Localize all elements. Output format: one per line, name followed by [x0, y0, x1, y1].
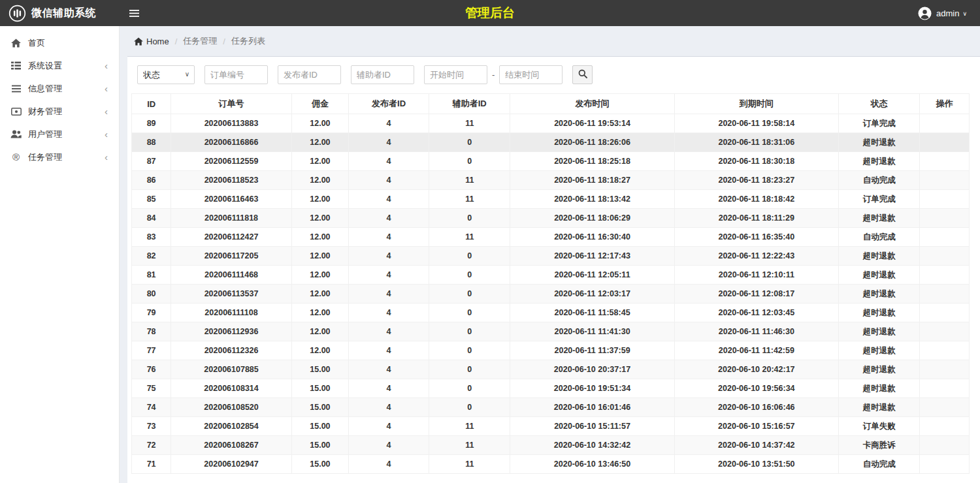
- table-row[interactable]: 8320200611242712.004112020-06-11 16:30:4…: [132, 228, 970, 247]
- table-cell: 2020-06-11 18:23:27: [674, 171, 838, 190]
- table-cell: 0: [429, 360, 510, 379]
- task-list-panel: 状态 ∨ -: [127, 56, 980, 483]
- column-header: ID: [132, 94, 171, 114]
- table-cell: 2020-06-11 18:13:42: [510, 190, 674, 209]
- table-cell: 2020-06-11 18:26:06: [510, 133, 674, 152]
- table-cell: 4: [349, 133, 429, 152]
- sidebar-item-info-management[interactable]: 信息管理‹: [0, 77, 119, 100]
- table-row[interactable]: 7420200610852015.00402020-06-10 16:01:46…: [132, 398, 970, 417]
- table-cell: 2020-06-10 20:37:17: [510, 360, 674, 379]
- table-cell: 86: [132, 171, 171, 190]
- table-row[interactable]: 8820200611686612.00402020-06-11 18:26:06…: [132, 133, 970, 152]
- table-cell: 4: [349, 455, 429, 474]
- table-cell: 73: [132, 417, 171, 436]
- sidebar-item-task-management[interactable]: ®任务管理‹: [0, 146, 119, 168]
- table-cell: 74: [132, 398, 171, 417]
- table-cell: 202006102947: [171, 455, 292, 474]
- table-cell: 0: [429, 322, 510, 341]
- table-cell: 2020-06-11 18:31:06: [674, 133, 838, 152]
- table-cell: 4: [349, 322, 429, 341]
- table-cell: 12.00: [291, 304, 348, 322]
- task-table-wrapper: ID订单号佣金发布者ID辅助者ID发布时间到期时间状态操作 8920200611…: [131, 93, 970, 474]
- menu-toggle-icon[interactable]: [129, 9, 139, 18]
- table-row[interactable]: 7220200610826715.004112020-06-10 14:32:4…: [132, 436, 970, 455]
- table-row[interactable]: 7320200610285415.004112020-06-10 15:11:5…: [132, 417, 970, 436]
- table-row[interactable]: 8120200611146812.00402020-06-11 12:05:11…: [132, 266, 970, 285]
- status-select[interactable]: 状态: [137, 65, 195, 84]
- table-row[interactable]: 8220200611720512.00402020-06-11 12:17:43…: [132, 247, 970, 266]
- table-cell: 78: [132, 322, 171, 341]
- table-row[interactable]: 8620200611852312.004112020-06-11 18:18:2…: [132, 171, 970, 190]
- start-time-input[interactable]: [424, 65, 487, 84]
- table-cell: 4: [349, 379, 429, 398]
- table-cell: 87: [132, 152, 171, 171]
- table-cell: 4: [349, 285, 429, 304]
- table-row[interactable]: 7120200610294715.004112020-06-10 13:46:5…: [132, 455, 970, 474]
- sidebar-item-user-management[interactable]: 用户管理‹: [0, 123, 119, 146]
- table-cell: [920, 436, 970, 455]
- table-row[interactable]: 8020200611353712.00402020-06-11 12:03:17…: [132, 285, 970, 304]
- table-cell: 2020-06-11 11:58:45: [510, 304, 674, 322]
- sidebar-item-label: 首页: [28, 37, 45, 49]
- column-header: 订单号: [171, 94, 292, 114]
- sidebar-item-label: 系统设置: [28, 60, 62, 72]
- table-cell: 202006116463: [171, 190, 292, 209]
- table-cell: 88: [132, 133, 171, 152]
- chevron-left-icon: ‹: [105, 106, 108, 116]
- table-cell: 0: [429, 341, 510, 360]
- list-icon: [10, 85, 22, 93]
- table-cell: [920, 247, 970, 266]
- table-cell: 2020-06-11 11:42:59: [674, 341, 838, 360]
- publisher-id-input[interactable]: [278, 65, 341, 84]
- chevron-left-icon: ‹: [105, 84, 108, 93]
- table-cell: 2020-06-11 18:25:18: [510, 152, 674, 171]
- table-cell: 2020-06-10 16:01:46: [510, 398, 674, 417]
- column-header: 发布者ID: [349, 94, 429, 114]
- chevron-left-icon: ‹: [105, 152, 108, 162]
- sidebar-item-system-settings[interactable]: 系统设置‹: [0, 54, 119, 77]
- table-cell: 2020-06-10 15:16:57: [674, 417, 838, 436]
- table-row[interactable]: 8920200611388312.004112020-06-11 19:53:1…: [132, 114, 970, 133]
- table-cell: 超时退款: [838, 266, 919, 285]
- table-row[interactable]: 8520200611646312.004112020-06-11 18:13:4…: [132, 190, 970, 209]
- table-cell: 84: [132, 209, 171, 228]
- chevron-down-icon: ∨: [962, 10, 967, 17]
- order-number-input[interactable]: [204, 65, 268, 84]
- breadcrumb-item-home[interactable]: Home: [134, 37, 169, 46]
- table-cell: 4: [349, 152, 429, 171]
- end-time-input[interactable]: [499, 65, 563, 84]
- breadcrumb-item: 任务列表: [231, 35, 265, 47]
- sidebar-item-home[interactable]: 首页: [0, 31, 119, 54]
- table-row[interactable]: 7720200611232612.00402020-06-11 11:37:59…: [132, 341, 970, 360]
- table-cell: [920, 379, 970, 398]
- table-row[interactable]: 7620200610788515.00402020-06-10 20:37:17…: [132, 360, 970, 379]
- user-menu[interactable]: admin ∨: [918, 7, 980, 20]
- table-cell: 71: [132, 455, 171, 474]
- task-table: ID订单号佣金发布者ID辅助者ID发布时间到期时间状态操作 8920200611…: [131, 93, 970, 474]
- table-cell: 12.00: [291, 152, 348, 171]
- table-cell: 79: [132, 304, 171, 322]
- table-cell: [920, 209, 970, 228]
- table-cell: [920, 304, 970, 322]
- table-cell: [920, 133, 970, 152]
- table-row[interactable]: 8420200611181812.00402020-06-11 18:06:29…: [132, 209, 970, 228]
- table-cell: 2020-06-11 16:35:40: [674, 228, 838, 247]
- table-row[interactable]: 7920200611110812.00402020-06-11 11:58:45…: [132, 304, 970, 322]
- table-cell: 订单完成: [838, 190, 919, 209]
- table-row[interactable]: 8720200611255912.00402020-06-11 18:25:18…: [132, 152, 970, 171]
- table-cell: 2020-06-11 12:10:11: [674, 266, 838, 285]
- table-cell: 2020-06-11 12:05:11: [510, 266, 674, 285]
- brand[interactable]: 微信辅助系统: [0, 5, 120, 22]
- table-row[interactable]: 7520200610831415.00402020-06-10 19:51:34…: [132, 379, 970, 398]
- sidebar-item-finance-management[interactable]: 财务管理‹: [0, 100, 119, 123]
- assistant-id-input[interactable]: [351, 65, 414, 84]
- table-cell: 12.00: [291, 114, 348, 133]
- table-cell: 2020-06-11 16:30:40: [510, 228, 674, 247]
- table-row[interactable]: 7820200611293612.00402020-06-11 11:41:30…: [132, 322, 970, 341]
- table-cell: 202006111468: [171, 266, 292, 285]
- table-cell: 订单失败: [838, 417, 919, 436]
- sidebar-item-label: 财务管理: [28, 106, 62, 117]
- breadcrumb-label: Home: [146, 37, 169, 46]
- table-cell: 2020-06-10 14:37:42: [674, 436, 838, 455]
- search-button[interactable]: [572, 65, 593, 84]
